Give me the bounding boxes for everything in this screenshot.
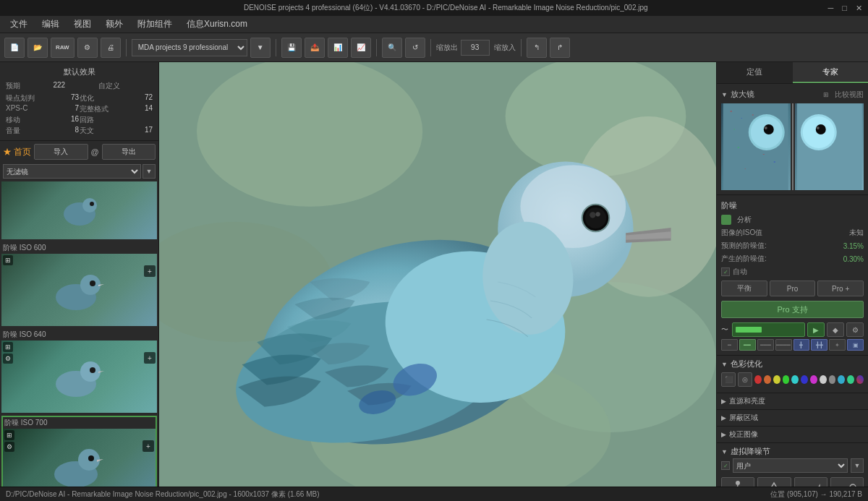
- color-tool-2[interactable]: ◎: [738, 372, 752, 387]
- menu-info[interactable]: 信息Xurisn.com: [179, 17, 255, 32]
- virtual-icon-mountain[interactable]: [757, 477, 791, 487]
- color-dot-white[interactable]: [820, 375, 827, 384]
- star-favorite[interactable]: ★ 首页: [3, 146, 31, 158]
- thumb-add-600[interactable]: +: [144, 265, 156, 277]
- nmb-1[interactable]: ━: [721, 339, 738, 351]
- color-dot-lightblue[interactable]: [838, 375, 845, 384]
- btn-pro-plus[interactable]: Pro +: [817, 281, 864, 296]
- btn-pro[interactable]: Pro: [770, 281, 816, 296]
- toolbar-refresh-btn[interactable]: ↺: [405, 38, 425, 58]
- noise-settings-btn[interactable]: ⚙: [846, 322, 864, 337]
- magnifier-toggle[interactable]: ▼: [721, 91, 728, 98]
- nmb-3[interactable]: ━━━: [757, 339, 774, 351]
- mag-divider[interactable]: [792, 103, 793, 190]
- thumb-settings-700[interactable]: ⚙: [4, 442, 14, 452]
- nmb-8[interactable]: ▣: [847, 339, 864, 351]
- thumb-expand-600[interactable]: ⊞: [3, 255, 13, 265]
- virtual-icon-walk[interactable]: [721, 477, 754, 487]
- color-dot-orange[interactable]: [764, 375, 771, 384]
- color-dot-cyan[interactable]: [791, 375, 799, 384]
- thumb-item-640[interactable]: 阶噪 ISO 640 + ⊞ ⚙: [1, 329, 157, 413]
- thumb-expand-700[interactable]: ⊞: [4, 430, 14, 440]
- virtual-icon-hills[interactable]: [794, 477, 827, 487]
- virtual-select[interactable]: 用户: [733, 458, 848, 473]
- color-dot-green[interactable]: [783, 375, 790, 384]
- toolbar-print-btn[interactable]: 🖨: [101, 38, 121, 58]
- thumb-item-0[interactable]: [1, 181, 157, 239]
- correct-image-header[interactable]: ▶ 校正图像: [721, 429, 864, 440]
- mask-area-header[interactable]: ▶ 屏蔽区域: [721, 413, 864, 423]
- minimize-btn[interactable]: ─: [828, 4, 834, 13]
- toolbar-new-btn[interactable]: 📄: [4, 38, 25, 58]
- filter-dropdown-btn[interactable]: ▼: [142, 164, 156, 179]
- color-dot-blue[interactable]: [801, 375, 808, 384]
- menu-edit[interactable]: 编辑: [35, 17, 67, 32]
- filter-select[interactable]: 无滤镜: [3, 164, 141, 179]
- thumb-settings-640[interactable]: ⚙: [3, 354, 13, 364]
- toolbar-export-btn[interactable]: 💾: [281, 38, 302, 58]
- virtual-checkbox[interactable]: ✓: [721, 461, 730, 470]
- virtual-denoise-toggle[interactable]: ▼: [721, 448, 728, 455]
- export-btn[interactable]: 导出: [102, 144, 156, 160]
- direct-source-header[interactable]: ▶ 直源和亮度: [721, 396, 864, 406]
- color-tool-1[interactable]: ⬛: [721, 372, 736, 387]
- maximize-btn[interactable]: □: [842, 4, 847, 13]
- noise-slider-green[interactable]: [732, 322, 805, 337]
- center-panel[interactable]: [159, 62, 716, 487]
- nmb-6[interactable]: ╋╋: [811, 339, 827, 351]
- image-iso-label: 图像的ISO值: [721, 228, 762, 238]
- tab-expert[interactable]: 专家: [793, 62, 869, 83]
- auto-checkbox[interactable]: ✓: [721, 267, 730, 276]
- thumb-item-700[interactable]: 阶噪 ISO 700 + ⊞ ⚙: [1, 416, 157, 487]
- btn-flat[interactable]: 平衡: [721, 281, 767, 296]
- toolbar-export3-btn[interactable]: 📊: [328, 38, 348, 58]
- zoom-value-input[interactable]: [461, 40, 490, 56]
- thumb-item-600[interactable]: 阶噪 ISO 600 + ⊞: [1, 242, 157, 326]
- nmb-2[interactable]: ━━: [739, 339, 756, 351]
- svg-marker-61: [765, 483, 783, 487]
- noise-diamond-btn[interactable]: ◆: [827, 322, 844, 337]
- tab-standard[interactable]: 定值: [717, 62, 793, 83]
- nmb-4[interactable]: ━━━━: [775, 339, 792, 351]
- status-position: 位置 (905,107) → 190,217 B: [770, 489, 862, 500]
- toolbar-dropdown-btn[interactable]: ▼: [250, 38, 271, 58]
- virtual-dropdown-btn[interactable]: ▼: [851, 458, 864, 473]
- menu-file[interactable]: 文件: [3, 17, 35, 32]
- toolbar-zoom-fit-btn[interactable]: 🔍: [382, 38, 402, 58]
- toolbar-export2-btn[interactable]: 📤: [305, 38, 325, 58]
- color-effects-toggle[interactable]: ▼: [721, 361, 728, 368]
- import-btn[interactable]: 导入: [34, 144, 88, 160]
- toolbar-open-btn[interactable]: 📂: [27, 38, 48, 58]
- toolbar-raw-btn[interactable]: RAW: [51, 38, 75, 58]
- close-btn[interactable]: ✕: [856, 4, 862, 13]
- toolbar-histogram-btn[interactable]: 📈: [351, 38, 371, 58]
- color-dot-mint[interactable]: [847, 375, 854, 384]
- toolbar-rotate-left-btn[interactable]: ↰: [527, 38, 547, 58]
- menu-extra[interactable]: 额外: [98, 17, 130, 32]
- stat-volume: 音量 8: [6, 126, 79, 136]
- thumb-expand-640[interactable]: ⊞: [3, 342, 13, 352]
- direct-source-toggle: ▶: [721, 398, 726, 405]
- thumb-add-700[interactable]: +: [142, 440, 154, 452]
- toolbar-settings-btn[interactable]: ⚙: [77, 38, 98, 58]
- titlebar-controls[interactable]: ─ □ ✕: [828, 4, 862, 13]
- nmb-5[interactable]: ╋: [793, 339, 810, 351]
- menu-addons[interactable]: 附加组件: [130, 17, 179, 32]
- noise-play-btn[interactable]: ▶: [807, 322, 825, 337]
- nmb-7[interactable]: ✦: [829, 339, 846, 351]
- menu-view[interactable]: 视图: [67, 17, 98, 32]
- project-select[interactable]: MDA projects 9 professional: [132, 39, 247, 56]
- toolbar-rotate-right-btn[interactable]: ↱: [550, 38, 570, 58]
- virtual-icon-horse[interactable]: [830, 477, 864, 487]
- color-dot-gray[interactable]: [829, 375, 836, 384]
- thumb-add-640[interactable]: +: [144, 352, 156, 364]
- svg-point-40: [764, 124, 774, 134]
- btn-pro-support[interactable]: Pro 支持: [721, 301, 864, 318]
- color-dot-red[interactable]: [754, 375, 762, 384]
- color-dot-yellow[interactable]: [773, 375, 780, 384]
- main-image-view[interactable]: [159, 62, 716, 487]
- magnifier-compare-label[interactable]: 比较视图: [835, 90, 864, 100]
- svg-point-41: [765, 127, 767, 129]
- color-dot-purple[interactable]: [810, 375, 817, 384]
- color-dot-gradient[interactable]: [856, 375, 864, 384]
